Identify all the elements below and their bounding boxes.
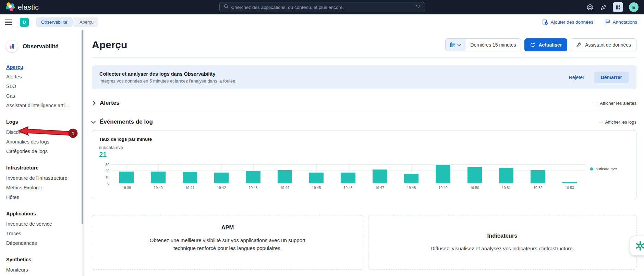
search-placeholder: Cherchez des applications, du contenu, e… <box>231 5 413 10</box>
data-assistant-button[interactable]: Assistant de données <box>571 38 636 51</box>
sidebar-item-categories-de-logs[interactable]: Catégories de logs <box>6 147 77 156</box>
bar-19:51[interactable] <box>499 168 513 183</box>
global-search-input[interactable]: Cherchez des applications, du contenu, e… <box>219 2 425 12</box>
add-data-button[interactable]: Ajouter des données <box>542 19 593 25</box>
sidebar-item-slo[interactable]: SLO <box>6 81 77 91</box>
sidebar-item-dependances[interactable]: Dépendances <box>6 238 77 248</box>
observability-app-icon <box>6 40 18 52</box>
x-tick-19:47: 19:47 <box>364 186 396 190</box>
wrench-icon <box>576 42 582 48</box>
breadcrumb-bar: D Observabilité Aperçu Ajouter des donné… <box>0 14 644 30</box>
sidebar-item-assistant-d-intelligence-arti[interactable]: Assistant d'intelligence arti… <box>6 101 77 110</box>
banner-title: Collecter et analyser des logs dans Obse… <box>99 71 236 77</box>
banner-subtitle: Intégrez vos données en 5 minutes et lan… <box>99 78 236 84</box>
x-tick-19:48: 19:48 <box>396 186 427 190</box>
x-tick-19:43: 19:43 <box>237 186 269 190</box>
sidebar-item-hotes[interactable]: Hôtes <box>6 192 77 202</box>
elastic-logo-icon <box>5 2 15 13</box>
header-divider <box>92 58 636 58</box>
sidebar-item-alertes[interactable]: Alertes <box>6 72 77 81</box>
x-tick-19:49: 19:49 <box>427 186 459 190</box>
news-feed-icon[interactable] <box>599 3 607 11</box>
chevron-down-icon <box>457 44 461 46</box>
observability-sidebar: Observabilité AperçuAlertesSLOCasAssista… <box>0 30 84 276</box>
sidebar-group-logs: Logs <box>6 119 77 125</box>
bar-19:42[interactable] <box>214 173 229 183</box>
sidebar-app-title: Observabilité <box>23 43 59 50</box>
x-tick-19:45: 19:45 <box>301 186 332 190</box>
bar-19:48[interactable] <box>404 174 418 183</box>
metrics-card-title: Indicateurs <box>368 233 636 239</box>
show-logs-link[interactable]: → Afficher les logs <box>598 120 636 125</box>
sidebar-item-inventaire-de-l-infrastructure[interactable]: Inventaire de l'infrastructure <box>6 173 77 183</box>
space-badge[interactable]: D <box>20 18 29 27</box>
user-avatar[interactable]: E <box>629 2 639 12</box>
alerts-section-header: Alertes → Afficher les alertes <box>92 100 636 106</box>
sidebar-item-discover[interactable]: Discover <box>6 127 77 137</box>
help-icon[interactable] <box>586 3 594 11</box>
bar-19:46[interactable] <box>341 173 355 183</box>
annotation-flag-icon <box>605 19 610 25</box>
bar-19:40[interactable] <box>151 172 165 183</box>
time-range-value[interactable]: Dernières 15 minutes <box>465 39 521 51</box>
x-tick-19:51: 19:51 <box>490 186 522 190</box>
elastic-brand[interactable]: elastic <box>5 2 39 13</box>
brand-name: elastic <box>18 3 39 11</box>
sidebar-scrollbar[interactable] <box>82 30 83 276</box>
apm-card[interactable]: APM Obtenez une meilleure visibilité sur… <box>92 215 363 270</box>
x-tick-19:53: 19:53 <box>554 186 585 190</box>
bar-19:53[interactable] <box>562 182 577 183</box>
chevron-down-icon <box>91 119 96 124</box>
sidebar-group-synthetics: Synthetics <box>6 257 77 262</box>
sidebar-item-moniteurs[interactable]: Moniteurs <box>6 265 77 275</box>
breadcrumb: Observabilité Aperçu <box>36 17 98 27</box>
log-rate-bar-chart[interactable] <box>111 163 585 183</box>
start-button[interactable]: Démarrer <box>594 72 629 83</box>
sidebar-item-cas[interactable]: Cas <box>6 91 77 101</box>
x-tick-19:41: 19:41 <box>174 186 206 190</box>
sidebar-item-anomalies-des-logs[interactable]: Anomalies des logs <box>6 137 77 147</box>
bar-19:45[interactable] <box>309 173 324 183</box>
date-picker-quick-menu[interactable] <box>446 39 465 51</box>
chart-legend: suricata.eve <box>585 163 629 190</box>
annotations-button[interactable]: Annotations <box>605 19 637 25</box>
breadcrumb-overview: Aperçu <box>73 17 98 27</box>
bar-19:47[interactable] <box>373 170 387 183</box>
breadcrumb-observability[interactable]: Observabilité <box>36 17 75 27</box>
sidebar-nav: AperçuAlertesSLOCasAssistant d'intellige… <box>6 62 77 275</box>
top-navigation-bar: elastic Cherchez des applications, du co… <box>0 0 644 14</box>
bar-19:49[interactable] <box>436 165 450 183</box>
legend-label: suricata.eve <box>596 167 617 171</box>
chatgpt-extension-button[interactable] <box>630 236 644 255</box>
x-tick-19:52: 19:52 <box>522 186 554 190</box>
log-events-section-toggle[interactable]: Événements de log <box>92 118 153 125</box>
bar-19:44[interactable] <box>278 170 292 183</box>
alerts-section-toggle[interactable]: Alertes <box>92 100 120 106</box>
metrics-card-description: Diffusez, visualisez et analysez vos ind… <box>417 244 588 252</box>
metrics-card[interactable]: Indicateurs Diffusez, visualisez et anal… <box>368 215 636 270</box>
show-alerts-link[interactable]: → Afficher les alertes <box>593 101 636 106</box>
sidebar-item-apercu[interactable]: Aperçu <box>6 62 77 72</box>
bar-19:52[interactable] <box>531 170 545 183</box>
apps-menu-icon[interactable] <box>613 2 623 12</box>
dismiss-button[interactable]: Rejeter <box>569 75 584 80</box>
refresh-button[interactable]: Actualiser <box>524 38 567 51</box>
x-tick-19:40: 19:40 <box>142 186 174 190</box>
chatgpt-logo-icon <box>635 241 644 251</box>
bar-19:50[interactable] <box>467 167 482 183</box>
chevron-right-icon <box>91 101 96 105</box>
alerts-section-title: Alertes <box>100 100 120 106</box>
legend-item-suricata-eve[interactable]: suricata.eve <box>590 167 629 171</box>
x-tick-19:44: 19:44 <box>269 186 301 190</box>
sidebar-item-inventaire-de-service[interactable]: Inventaire de service <box>6 219 77 229</box>
sidebar-item-traces[interactable]: Traces <box>6 229 77 238</box>
bar-19:39[interactable] <box>119 172 134 183</box>
menu-toggle-icon[interactable] <box>5 20 12 25</box>
sidebar-item-metrics-explorer[interactable]: Metrics Explorer <box>6 183 77 192</box>
bar-19:41[interactable] <box>183 172 197 183</box>
add-data-icon <box>542 19 548 25</box>
x-tick-19:46: 19:46 <box>332 186 364 190</box>
bar-19:43[interactable] <box>246 171 260 183</box>
apm-card-title: APM <box>92 224 363 231</box>
date-picker[interactable]: Dernières 15 minutes <box>445 38 521 51</box>
